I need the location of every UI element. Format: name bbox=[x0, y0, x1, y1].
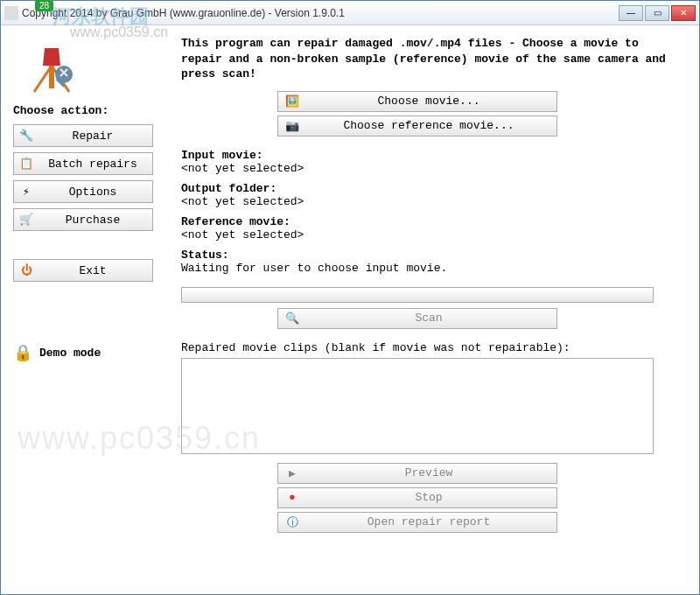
repaired-list-label: Repaired movie clips (blank if movie was… bbox=[181, 341, 676, 354]
choose-reference-button[interactable]: 📷 Choose reference movie... bbox=[277, 116, 557, 136]
tab-count-badge: 28 bbox=[35, 0, 53, 11]
window-title: Copyright 2014 by Grau GmbH (www.grauonl… bbox=[22, 7, 619, 19]
scan-label: Scan bbox=[308, 312, 550, 325]
progress-bar bbox=[181, 287, 654, 303]
exit-label: Exit bbox=[38, 264, 147, 277]
output-folder-value: <not yet selected> bbox=[181, 195, 676, 208]
purchase-label: Purchase bbox=[38, 214, 147, 227]
input-movie-label: Input movie: bbox=[181, 149, 676, 162]
choose-movie-label: Choose movie... bbox=[308, 94, 550, 108]
open-report-button[interactable]: ⓘ Open repair report bbox=[277, 512, 557, 533]
output-folder-label: Output folder: bbox=[181, 182, 676, 195]
magnifier-icon: 🔍 bbox=[285, 312, 299, 326]
camera-icon: 📷 bbox=[285, 119, 299, 133]
status-label: Status: bbox=[181, 248, 676, 262]
exit-button[interactable]: ⏻ Exit bbox=[13, 259, 153, 282]
app-window: Copyright 2014 by Grau GmbH (www.grauonl… bbox=[0, 0, 700, 595]
report-label: Open repair report bbox=[308, 515, 550, 528]
svg-marker-0 bbox=[43, 48, 60, 66]
options-label: Options bbox=[38, 186, 147, 199]
cart-icon: 🛒 bbox=[19, 213, 33, 227]
scan-button[interactable]: 🔍 Scan bbox=[277, 308, 557, 329]
sidebar: Choose action: 🔧 Repair 📋 Batch repairs … bbox=[1, 25, 176, 594]
lock-icon: 🔒 bbox=[13, 343, 32, 362]
options-button[interactable]: ⚡ Options bbox=[13, 180, 153, 203]
choose-ref-label: Choose reference movie... bbox=[308, 119, 550, 132]
app-logo bbox=[25, 39, 78, 95]
play-icon: ▶ bbox=[285, 466, 299, 480]
batch-label: Batch repairs bbox=[38, 158, 147, 171]
minimize-button[interactable]: — bbox=[619, 5, 643, 21]
stop-button[interactable]: ● Stop bbox=[277, 487, 557, 508]
reference-movie-value: <not yet selected> bbox=[181, 228, 676, 242]
close-button[interactable]: ✕ bbox=[671, 5, 696, 21]
preview-button[interactable]: ▶ Preview bbox=[277, 463, 557, 484]
status-value: Waiting for user to choose input movie. bbox=[181, 262, 676, 275]
picture-icon: 🖼️ bbox=[285, 94, 299, 108]
app-icon bbox=[4, 6, 18, 20]
sidebar-heading: Choose action: bbox=[13, 104, 164, 117]
stop-label: Stop bbox=[308, 491, 550, 504]
intro-text: This program can repair damaged .mov/.mp… bbox=[181, 36, 676, 82]
main-panel: This program can repair damaged .mov/.mp… bbox=[176, 25, 699, 594]
info-icon: ⓘ bbox=[285, 515, 299, 529]
batch-repairs-button[interactable]: 📋 Batch repairs bbox=[13, 152, 153, 175]
demo-label: Demo mode bbox=[39, 346, 101, 360]
purchase-button[interactable]: 🛒 Purchase bbox=[13, 208, 153, 231]
repaired-clips-list[interactable] bbox=[181, 358, 654, 454]
repair-label: Repair bbox=[38, 130, 147, 143]
demo-mode-indicator: 🔒 Demo mode bbox=[13, 343, 164, 362]
repair-button[interactable]: 🔧 Repair bbox=[13, 124, 153, 147]
input-movie-value: <not yet selected> bbox=[181, 162, 676, 175]
lightning-icon: ⚡ bbox=[19, 185, 33, 199]
titlebar: Copyright 2014 by Grau GmbH (www.grauonl… bbox=[1, 1, 699, 25]
stop-icon: ● bbox=[285, 491, 299, 505]
reference-movie-label: Reference movie: bbox=[181, 215, 676, 228]
maximize-button[interactable]: ▭ bbox=[645, 5, 669, 21]
preview-label: Preview bbox=[308, 466, 550, 480]
batch-icon: 📋 bbox=[19, 157, 33, 171]
wrench-icon: 🔧 bbox=[19, 129, 33, 143]
choose-movie-button[interactable]: 🖼️ Choose movie... bbox=[277, 91, 557, 112]
power-icon: ⏻ bbox=[19, 263, 33, 277]
